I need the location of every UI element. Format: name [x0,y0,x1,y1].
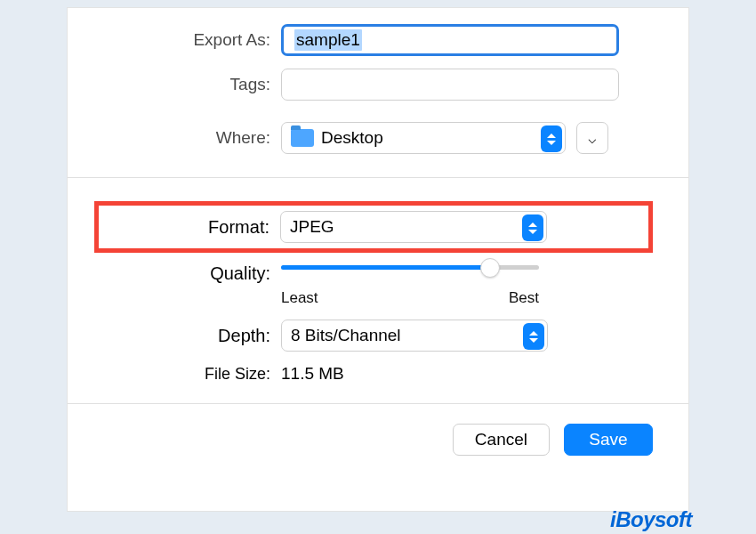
quality-label: Quality: [103,262,281,284]
section-actions: Cancel Save [68,404,688,470]
quality-row: Quality: Least Best [103,262,653,307]
stepper-icon [522,214,543,241]
format-label: Format: [108,217,280,238]
where-label: Where: [103,128,281,148]
where-select[interactable]: Desktop [281,122,566,154]
quality-min-label: Least [281,289,318,307]
export-as-value: sample1 [294,29,362,51]
slider-thumb[interactable] [480,258,500,278]
section-file-location: Export As: sample1 Tags: Where: Desktop [68,8,688,178]
depth-label: Depth: [103,326,281,346]
stepper-icon [541,125,562,152]
format-value: JPEG [290,217,334,237]
expand-location-button[interactable]: ⌵ [576,122,608,154]
export-as-row: Export As: sample1 [103,24,653,56]
tags-label: Tags: [103,75,281,94]
format-highlight: Format: JPEG [94,201,653,253]
quality-slider[interactable] [281,262,539,270]
cancel-button[interactable]: Cancel [453,424,550,456]
watermark-logo: iBoysoft [610,507,692,532]
save-button[interactable]: Save [564,424,653,456]
format-select[interactable]: JPEG [280,211,547,243]
tags-row: Tags: [103,69,653,101]
filesize-value: 11.5 MB [281,364,344,384]
folder-icon [291,129,314,147]
export-as-label: Export As: [103,30,281,50]
stepper-icon [523,323,544,350]
depth-row: Depth: 8 Bits/Channel [103,320,653,352]
filesize-label: File Size: [103,365,281,384]
depth-select[interactable]: 8 Bits/Channel [281,320,548,352]
where-row: Where: Desktop ⌵ [103,122,653,154]
quality-slider-labels: Least Best [281,289,539,307]
export-as-input[interactable]: sample1 [281,24,619,56]
where-value: Desktop [321,128,383,148]
filesize-row: File Size: 11.5 MB [103,364,653,384]
chevron-down-icon: ⌵ [588,130,597,147]
quality-max-label: Best [509,289,539,307]
export-dialog: Export As: sample1 Tags: Where: Desktop [67,7,689,512]
section-export-options: Format: JPEG Quality: Least [68,178,688,404]
depth-value: 8 Bits/Channel [291,326,401,345]
tags-input[interactable] [281,69,619,101]
